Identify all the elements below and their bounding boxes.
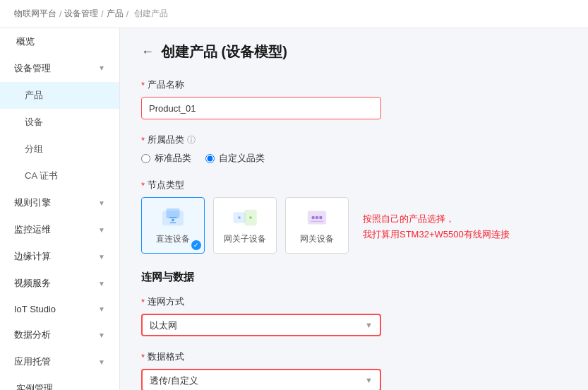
selected-check-icon: ✓ (191, 240, 201, 250)
category-standard-radio[interactable]: 标准品类 (141, 152, 191, 165)
breadcrumb-current: 创建产品 (134, 8, 168, 20)
sidebar-item-device[interactable]: 设备 (0, 109, 119, 136)
breadcrumb-product[interactable]: 产品 (107, 8, 124, 20)
chevron-down-icon: ▼ (98, 358, 105, 366)
connectivity-select-wrapper: 以太网 WiFi 蜂窝(2G/3G/4G/5G) LoRaWAN 其他 ▼ (141, 314, 381, 336)
sidebar-item-case-management[interactable]: 实例管理 (0, 375, 119, 390)
node-type-label: 节点类型 (141, 179, 567, 191)
sidebar-item-group[interactable]: 分组 (0, 136, 119, 162)
breadcrumb: 物联网平台 / 设备管理 / 产品 / 创建产品 (0, 0, 588, 28)
breadcrumb-iot[interactable]: 物联网平台 (14, 8, 56, 20)
product-name-label: 产品名称 (141, 78, 567, 91)
data-format-label: 数据格式 (141, 350, 567, 363)
node-card-direct[interactable]: 直连设备 ✓ (141, 197, 205, 254)
svg-point-8 (311, 215, 314, 218)
annotation-text: 按照自己的产品选择，我打算用STM32+W5500有线网连接 (363, 211, 510, 242)
gateway-child-icon (232, 206, 258, 229)
node-card-gateway[interactable]: 网关设备 (285, 197, 349, 254)
category-radio-group: 标准品类 自定义品类 (141, 152, 567, 165)
svg-rect-1 (167, 208, 179, 217)
svg-point-6 (249, 216, 252, 219)
page-title: 创建产品 (设备模型) (161, 42, 287, 61)
chevron-down-icon: ▼ (98, 226, 105, 234)
info-icon: ⓘ (187, 134, 196, 146)
sidebar-item-video-service[interactable]: 视频服务 ▼ (0, 270, 119, 297)
connectivity-section-title: 连网与数据 (141, 271, 567, 284)
node-type-cards: 直连设备 ✓ 网关子设备 (141, 197, 349, 254)
node-type-group: 节点类型 直连设备 ✓ (141, 179, 567, 256)
data-format-select-wrapper: 透传/自定义 Alink JSON ▼ (141, 369, 381, 390)
connectivity-select[interactable]: 以太网 WiFi 蜂窝(2G/3G/4G/5G) LoRaWAN 其他 (143, 315, 380, 335)
product-name-group: 产品名称 (141, 78, 567, 119)
back-arrow[interactable]: ← (141, 45, 154, 59)
sidebar-item-monitoring[interactable]: 监控运维 ▼ (0, 216, 119, 243)
chevron-down-icon: ▼ (98, 331, 105, 339)
sidebar-item-rule-engine[interactable]: 规则引擎 ▼ (0, 189, 119, 216)
data-format-group: 数据格式 透传/自定义 Alink JSON ▼ (141, 350, 567, 390)
chevron-down-icon: ▼ (98, 199, 105, 207)
category-group: 所属品类 ⓘ 标准品类 自定义品类 (141, 134, 567, 165)
svg-point-5 (238, 216, 241, 219)
sidebar-item-edge-computing[interactable]: 边缘计算 ▼ (0, 243, 119, 270)
svg-point-9 (316, 215, 318, 218)
chevron-down-icon: ▼ (98, 305, 105, 313)
node-card-gateway-child[interactable]: 网关子设备 (213, 197, 277, 254)
main-content: ← 创建产品 (设备模型) 产品名称 所属品类 ⓘ 标准品类 (120, 28, 588, 390)
category-standard-input[interactable] (141, 154, 150, 163)
connectivity-method-group: 连网方式 以太网 WiFi 蜂窝(2G/3G/4G/5G) LoRaWAN 其他… (141, 295, 567, 336)
chevron-up-icon: ▲ (98, 65, 105, 73)
sidebar-item-product[interactable]: 产品 (0, 82, 119, 109)
breadcrumb-device-mgmt[interactable]: 设备管理 (64, 8, 98, 20)
category-label: 所属品类 ⓘ (141, 134, 567, 146)
gateway-icon (304, 206, 330, 229)
chevron-down-icon: ▼ (98, 253, 105, 261)
category-custom-radio[interactable]: 自定义品类 (205, 152, 265, 165)
page-header: ← 创建产品 (设备模型) (141, 42, 567, 61)
sidebar-item-ca-cert[interactable]: CA 证书 (0, 162, 119, 189)
sidebar-item-app-hosting[interactable]: 应用托管 ▼ (0, 348, 119, 375)
sidebar-item-device-management[interactable]: 设备管理 ▲ (0, 55, 119, 82)
sidebar: 概览 设备管理 ▲ 产品 设备 分组 CA 证书 规则引擎 ▼ 监控运维 ▼ 边… (0, 28, 120, 390)
chevron-down-icon: ▼ (98, 280, 105, 288)
sidebar-item-iot-studio[interactable]: IoT Studio ▼ (0, 297, 119, 321)
category-custom-input[interactable] (205, 154, 215, 163)
connectivity-label: 连网方式 (141, 295, 567, 308)
sidebar-item-data-analysis[interactable]: 数据分析 ▼ (0, 321, 119, 348)
sidebar-item-overview[interactable]: 概览 (0, 28, 119, 55)
svg-point-10 (319, 215, 322, 218)
svg-point-2 (172, 218, 174, 221)
direct-device-icon (160, 206, 186, 229)
data-format-select[interactable]: 透传/自定义 Alink JSON (143, 370, 380, 390)
product-name-input[interactable] (141, 97, 381, 119)
